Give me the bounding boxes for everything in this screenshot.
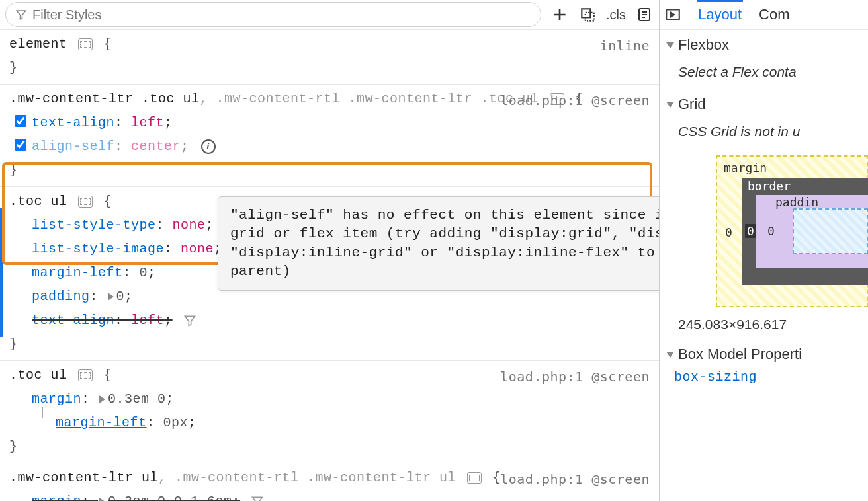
margin-left-value[interactable]: 0	[725, 225, 732, 239]
css-sub-declaration[interactable]: margin-left: 0px;	[9, 411, 651, 435]
selector-secondary[interactable]: , .mw-content-rtl .mw-content-ltr .toc u…	[200, 91, 539, 106]
box-model-diagram[interactable]: margin 0 border 0 paddin 0	[716, 155, 868, 307]
css-property[interactable]: list-style-type	[32, 217, 156, 233]
flexbox-title: Flexbox	[678, 36, 729, 54]
chevron-down-icon	[666, 352, 674, 358]
css-property[interactable]: margin-left	[32, 265, 123, 280]
selector[interactable]: .mw-content-ltr ul	[9, 470, 158, 485]
rule-source[interactable]: load.php:1 @screen	[500, 467, 650, 491]
flexbox-section-header[interactable]: Flexbox	[660, 30, 868, 60]
declaration-toggle[interactable]	[15, 139, 26, 151]
rule-source[interactable]: load.php:1 @screen	[500, 365, 650, 389]
boxmodel-props-header[interactable]: Box Model Properti	[660, 339, 868, 369]
css-value[interactable]: 0.3em 0	[108, 391, 166, 406]
filter-styles-input[interactable]	[32, 7, 531, 22]
filter-icon[interactable]	[251, 495, 264, 501]
declaration-toggle[interactable]	[15, 115, 26, 127]
border-label: border	[748, 179, 791, 193]
css-property[interactable]: padding	[32, 289, 90, 304]
rule-source[interactable]: inline	[600, 34, 650, 58]
cls-toggle[interactable]: .cls	[606, 7, 626, 22]
selector-secondary[interactable]: , .mw-content-rtl .mw-content-ltr ul	[158, 470, 456, 485]
expand-icon[interactable]	[99, 395, 105, 403]
grid-body: CSS Grid is not in u	[660, 120, 868, 149]
css-property[interactable]: text-align	[32, 313, 114, 328]
selector[interactable]: element	[9, 36, 67, 52]
filter-icon[interactable]	[183, 314, 196, 327]
css-value[interactable]: center	[131, 139, 181, 154]
box-sizing-prop[interactable]: box-sizing	[660, 369, 868, 385]
css-rule[interactable]: .toc ul {load.php:1 @screenmargin: 0.3em…	[0, 361, 659, 463]
tab-computed[interactable]: Com	[758, 2, 791, 27]
tab-layout[interactable]: Layout	[697, 0, 743, 27]
add-rule-button[interactable]	[550, 5, 569, 24]
copy-icon[interactable]	[578, 5, 597, 24]
css-value[interactable]: left	[131, 313, 164, 328]
align-self-tooltip: "align-self" has no effect on this eleme…	[218, 196, 659, 291]
css-declaration[interactable]: margin: 0.3em 0 0 1.6em;	[9, 490, 651, 501]
margin-label: margin	[724, 161, 767, 174]
flex-badge-icon[interactable]	[78, 38, 93, 50]
funnel-icon	[15, 9, 27, 20]
flexbox-body: Select a Flex conta	[660, 60, 868, 89]
css-value[interactable]: 0	[116, 289, 125, 304]
flex-badge-icon[interactable]	[78, 369, 93, 381]
css-property[interactable]: margin-left	[56, 415, 147, 430]
css-declaration[interactable]: text-align: left;	[9, 309, 651, 332]
rule-source[interactable]: load.php:1 @screen	[500, 89, 650, 112]
css-rule[interactable]: .mw-content-ltr ul, .mw-content-rtl .mw-…	[0, 463, 659, 501]
css-property[interactable]: text-align	[32, 115, 114, 130]
chevron-down-icon	[666, 42, 674, 48]
css-declaration[interactable]: align-self: center;i	[9, 135, 651, 159]
selector[interactable]: .toc ul	[9, 367, 67, 383]
svg-rect-0	[582, 9, 590, 17]
filter-styles-field[interactable]	[5, 2, 541, 27]
info-icon[interactable]: i	[201, 139, 216, 154]
layout-tabs: Layout Com	[660, 0, 868, 30]
expand-icon[interactable]	[108, 293, 114, 301]
css-declaration[interactable]: margin: 0.3em 0;	[9, 387, 651, 411]
flex-badge-icon[interactable]	[78, 196, 93, 208]
element-dimensions: 245.083×916.617	[660, 307, 868, 339]
border-left-value[interactable]: 0	[745, 224, 756, 238]
expand-icon[interactable]	[99, 498, 105, 501]
selector[interactable]: .mw-content-ltr .toc ul	[9, 91, 200, 106]
layout-panel: Layout Com Flexbox Select a Flex conta G…	[660, 0, 868, 501]
css-value[interactable]: left	[131, 115, 164, 130]
css-value[interactable]: none	[173, 217, 206, 233]
stylesheet-icon[interactable]	[635, 5, 654, 24]
grid-section-header[interactable]: Grid	[660, 89, 868, 120]
padding-label: paddin	[775, 195, 818, 209]
css-property[interactable]: list-style-image	[32, 241, 164, 256]
panel-toggle-icon[interactable]	[664, 5, 682, 24]
css-value[interactable]: 0.3em 0 0 1.6em	[108, 494, 232, 501]
grid-title: Grid	[678, 96, 706, 113]
css-value[interactable]: none	[181, 241, 214, 256]
css-value[interactable]: 0px	[163, 415, 189, 430]
chevron-down-icon	[666, 102, 674, 108]
css-rule[interactable]: .mw-content-ltr .toc ul, .mw-content-rtl…	[0, 85, 659, 187]
css-property[interactable]: align-self	[32, 139, 114, 154]
css-rule[interactable]: element {inline}	[0, 30, 659, 85]
css-property[interactable]: margin	[32, 391, 81, 406]
css-property[interactable]: margin	[32, 494, 81, 501]
flex-badge-icon[interactable]	[467, 472, 482, 484]
rules-list: "align-self" has no effect on this eleme…	[0, 30, 659, 501]
css-declaration[interactable]: text-align: left;	[9, 111, 651, 135]
boxmodel-props-title: Box Model Properti	[678, 346, 802, 363]
selector[interactable]: .toc ul	[9, 194, 67, 209]
styles-panel: .cls "align-self" has no effect on this …	[0, 0, 660, 501]
css-value[interactable]: 0	[140, 265, 148, 280]
padding-left-value[interactable]: 0	[767, 224, 775, 238]
styles-toolbar: .cls	[0, 0, 659, 30]
